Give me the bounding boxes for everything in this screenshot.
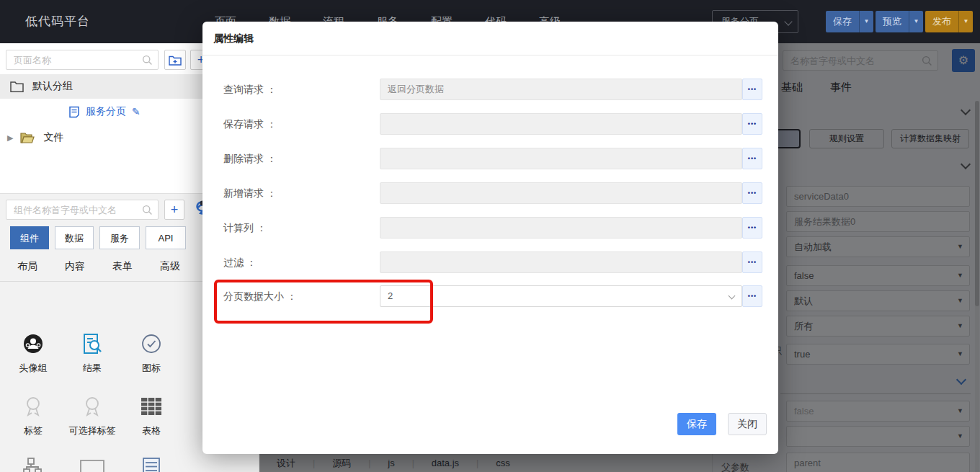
medal-icon xyxy=(23,396,43,417)
more-button[interactable]: ••• xyxy=(742,79,762,100)
page-size-value: 2 xyxy=(388,290,393,301)
delete-request-input[interactable] xyxy=(380,148,742,169)
more-button[interactable]: ••• xyxy=(742,285,762,307)
medal-icon xyxy=(82,396,102,417)
label-create-request: 新增请求 ： xyxy=(223,182,277,204)
component-search-box xyxy=(6,200,159,220)
search-icon xyxy=(142,55,153,66)
page-search-box xyxy=(6,50,159,70)
more-button[interactable]: ••• xyxy=(742,217,762,239)
folder-open-icon xyxy=(20,132,35,143)
component-menu[interactable]: 菜单 xyxy=(122,456,181,472)
folder-item-label: 文件 xyxy=(43,131,63,144)
component-label: 标签 xyxy=(4,424,63,437)
search-icon xyxy=(142,205,153,215)
preview-button[interactable]: 预览 ▼ xyxy=(876,11,923,32)
property-edit-modal: 属性编辑 查询请求 ： 返回分页数据 ••• 保存请求 ： ••• 删除请求 ：… xyxy=(202,22,778,454)
component-pagination[interactable]: 分页 xyxy=(63,456,122,472)
computed-columns-input[interactable] xyxy=(380,217,742,239)
caret-down-icon[interactable]: ▼ xyxy=(958,11,973,32)
save-request-input[interactable] xyxy=(380,113,742,135)
label-page-size: 分页数据大小 ： xyxy=(223,285,297,307)
filter-input[interactable] xyxy=(380,251,742,273)
modal-title: 属性编辑 xyxy=(213,22,254,55)
page-item-label: 服务分页 xyxy=(86,105,126,118)
caret-down-icon[interactable]: ▼ xyxy=(909,11,923,32)
component-selectable-tag[interactable]: 可选择标签 xyxy=(63,395,122,437)
more-button[interactable]: ••• xyxy=(742,182,762,204)
label-save-request: 保存请求 ： xyxy=(223,113,277,135)
tab-data[interactable]: 数据 xyxy=(55,226,94,249)
preview-button-label: 预览 xyxy=(876,11,909,32)
component-label: 可选择标签 xyxy=(63,424,122,437)
create-request-input[interactable] xyxy=(380,182,742,204)
modal-save-button[interactable]: 保存 xyxy=(677,413,716,435)
tab-components[interactable]: 组件 xyxy=(10,226,49,249)
plus-icon: + xyxy=(171,202,179,218)
add-component-button[interactable]: + xyxy=(164,200,184,220)
modal-close-button[interactable]: 关闭 xyxy=(728,413,767,435)
component-result[interactable]: 结果 xyxy=(63,332,122,375)
tab-services[interactable]: 服务 xyxy=(99,226,140,249)
edit-pencil-icon[interactable]: ✎ xyxy=(132,106,141,117)
circle-check-icon xyxy=(141,334,161,354)
component-search-input[interactable] xyxy=(6,200,158,219)
modal-header: 属性编辑 xyxy=(202,22,778,55)
label-filter: 过滤 ： xyxy=(223,251,257,273)
folder-add-icon xyxy=(169,55,182,66)
component-icon[interactable]: 图标 xyxy=(122,332,181,375)
component-label: 图标 xyxy=(122,362,181,375)
pagination-icon xyxy=(80,460,104,472)
component-avatar-group[interactable]: 头像组 xyxy=(4,332,63,375)
subtab-content[interactable]: 内容 xyxy=(65,260,85,273)
component-label: 结果 xyxy=(63,362,122,375)
subtab-form[interactable]: 表单 xyxy=(112,260,133,273)
label-query-request: 查询请求 ： xyxy=(223,79,277,100)
subtab-advanced[interactable]: 高级 xyxy=(160,260,180,273)
add-group-button[interactable] xyxy=(164,50,186,70)
caret-right-icon[interactable]: ▶ xyxy=(7,133,13,143)
component-table[interactable]: 表格 xyxy=(122,395,181,437)
menu-icon xyxy=(142,457,161,472)
page-size-select[interactable]: 2 xyxy=(380,285,742,307)
more-button[interactable]: ••• xyxy=(742,251,762,273)
component-tag[interactable]: 标签 xyxy=(4,395,63,437)
caret-down-icon[interactable]: ▼ xyxy=(859,11,873,32)
component-label: 表格 xyxy=(122,424,181,437)
publish-button-label: 发布 xyxy=(925,11,958,32)
more-button[interactable]: ••• xyxy=(742,113,762,135)
app-logo: 低代码平台 xyxy=(25,0,90,43)
component-label: 头像组 xyxy=(4,362,63,375)
query-request-input[interactable]: 返回分页数据 xyxy=(380,79,742,100)
chevron-down-icon xyxy=(784,17,792,25)
group-label: 默认分组 xyxy=(32,80,73,93)
table-icon xyxy=(141,397,162,416)
publish-button[interactable]: 发布 ▼ xyxy=(925,11,973,32)
label-delete-request: 删除请求 ： xyxy=(223,148,277,169)
page-icon xyxy=(68,106,80,118)
subtab-layout[interactable]: 布局 xyxy=(17,260,37,273)
page-search-input[interactable] xyxy=(6,50,158,69)
folder-icon xyxy=(10,81,24,92)
tab-api[interactable]: API xyxy=(146,226,186,249)
result-icon xyxy=(82,333,102,355)
label-computed-columns: 计算列 ： xyxy=(223,217,267,239)
more-button[interactable]: ••• xyxy=(742,148,762,169)
save-button-label: 保存 xyxy=(826,11,859,32)
chevron-down-icon xyxy=(729,293,736,300)
component-tree[interactable]: 树 xyxy=(4,456,63,472)
tree-icon xyxy=(22,457,44,472)
save-button-top[interactable]: 保存 ▼ xyxy=(826,11,873,32)
avatar-group-icon xyxy=(22,333,44,355)
